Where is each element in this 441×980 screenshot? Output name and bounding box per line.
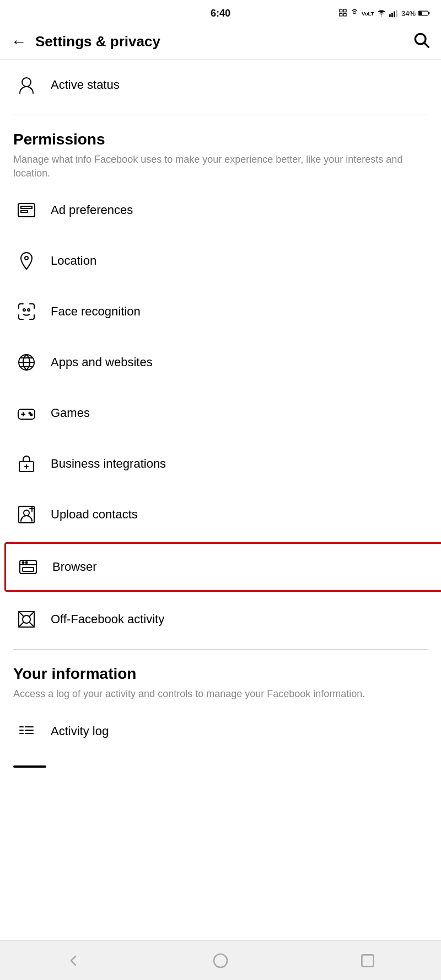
svg-line-13 (424, 43, 428, 47)
status-icons: VoLTE 34% (338, 8, 430, 18)
svg-rect-5 (389, 14, 391, 17)
business-integrations-label: Business integrations (51, 457, 166, 471)
nav-recents-button[interactable] (354, 947, 381, 974)
menu-item-games[interactable]: Games (0, 388, 441, 438)
apps-and-websites-icon (13, 349, 40, 376)
nav-back-button[interactable] (60, 947, 87, 974)
svg-rect-7 (394, 11, 395, 17)
svg-point-26 (31, 414, 33, 416)
svg-point-31 (24, 510, 29, 516)
activity-log-icon (13, 718, 40, 745)
svg-rect-10 (419, 12, 422, 15)
signal-icon (389, 9, 399, 18)
svg-rect-0 (340, 9, 342, 12)
volte-icon: VoLTE (362, 8, 374, 18)
menu-item-upload-contacts[interactable]: Upload contacts (0, 489, 441, 540)
battery-text: 34% (401, 9, 416, 18)
divider-1 (13, 115, 428, 115)
scroll-indicator (13, 765, 46, 768)
svg-rect-1 (343, 9, 346, 12)
active-status-label: Active status (51, 78, 120, 92)
header-left: ← Settings & privacy (11, 33, 160, 51)
battery-icon (418, 9, 430, 17)
activity-log-label: Activity log (51, 724, 109, 738)
back-button[interactable]: ← (11, 33, 26, 51)
svg-rect-8 (396, 10, 397, 18)
svg-rect-16 (21, 206, 32, 208)
menu-item-face-recognition[interactable]: Face recognition (0, 286, 441, 337)
ad-preferences-label: Ad preferences (51, 203, 133, 217)
menu-item-location[interactable]: Location (0, 235, 441, 286)
svg-text:VoLTE: VoLTE (362, 10, 374, 17)
svg-rect-2 (343, 13, 346, 16)
permissions-section-heading: Permissions Manage what info Facebook us… (0, 120, 441, 185)
menu-item-apps-and-websites[interactable]: Apps and websites (0, 337, 441, 388)
divider-2 (13, 649, 428, 650)
wifi-icon (376, 9, 387, 18)
location-icon (13, 248, 40, 274)
active-status-icon (13, 72, 40, 98)
menu-item-browser[interactable]: Browser (4, 542, 441, 592)
apps-and-websites-label: Apps and websites (51, 355, 153, 369)
off-facebook-activity-label: Off-Facebook activity (51, 612, 164, 626)
your-information-title: Your information (13, 665, 428, 683)
location-label: Location (51, 254, 96, 268)
menu-item-activity-log[interactable]: Activity log (0, 706, 441, 757)
nfc-icon (349, 8, 359, 18)
svg-point-18 (25, 256, 28, 260)
svg-point-40 (23, 615, 30, 623)
svg-point-36 (23, 562, 24, 564)
page-title: Settings & privacy (35, 33, 160, 50)
status-bar: 6:40 VoLTE 34% (0, 0, 441, 24)
svg-point-14 (22, 78, 31, 87)
svg-point-25 (29, 413, 31, 414)
upload-contacts-label: Upload contacts (51, 507, 138, 522)
svg-point-47 (214, 954, 227, 967)
off-facebook-activity-icon (13, 606, 40, 633)
svg-rect-6 (391, 13, 393, 17)
your-information-section-heading: Your information Access a log of your ac… (0, 654, 441, 705)
permissions-subtitle: Manage what info Facebook uses to make y… (13, 153, 428, 180)
svg-rect-38 (23, 567, 34, 571)
nav-home-button[interactable] (207, 947, 234, 974)
status-time: 6:40 (211, 8, 230, 19)
menu-item-business-integrations[interactable]: Business integrations (0, 438, 441, 489)
permissions-title: Permissions (13, 131, 428, 148)
browser-label: Browser (52, 560, 97, 574)
header: ← Settings & privacy (0, 24, 441, 60)
svg-rect-3 (340, 13, 342, 16)
business-integrations-icon (13, 451, 40, 477)
svg-point-20 (28, 309, 30, 311)
games-label: Games (51, 406, 90, 420)
menu-item-off-facebook-activity[interactable]: Off-Facebook activity (0, 594, 441, 645)
svg-rect-48 (362, 955, 373, 966)
svg-point-19 (23, 309, 25, 311)
bottom-nav (0, 940, 441, 980)
content: Active status Permissions Manage what in… (0, 60, 441, 940)
svg-rect-17 (21, 211, 28, 212)
upload-contacts-icon (13, 501, 40, 528)
svg-rect-11 (428, 12, 429, 15)
search-icon[interactable] (412, 31, 430, 52)
face-recognition-label: Face recognition (51, 304, 141, 319)
active-status-item[interactable]: Active status (0, 60, 441, 110)
network-speed (338, 8, 347, 18)
browser-icon (15, 554, 41, 580)
menu-item-ad-preferences[interactable]: Ad preferences (0, 185, 441, 235)
games-icon (13, 400, 40, 426)
svg-point-37 (26, 562, 28, 564)
face-recognition-icon (13, 298, 40, 325)
ad-preferences-icon (13, 197, 40, 223)
your-information-subtitle: Access a log of your activity and contro… (13, 687, 428, 701)
